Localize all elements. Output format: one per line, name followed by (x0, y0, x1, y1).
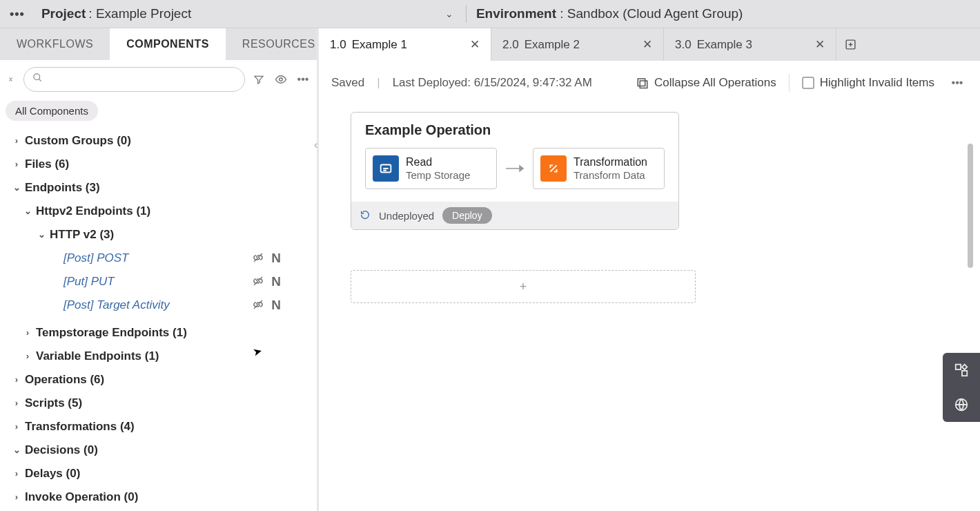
svg-rect-9 (638, 79, 645, 86)
tree-endpoints[interactable]: ⌄Endpoints (3) (11, 176, 310, 200)
components-panel-icon[interactable] (943, 353, 980, 387)
menu-ellipsis-icon[interactable]: ••• (0, 7, 35, 21)
last-deployed: Last Deployed: 6/15/2024, 9:47:32 AM (393, 76, 592, 90)
operation-card[interactable]: Example Operation Read Temp Storage (351, 112, 679, 230)
transform-icon (540, 155, 567, 182)
n-badge: N (271, 251, 281, 266)
eye-icon[interactable] (273, 73, 289, 86)
filter-chip-row: All Components (0, 98, 317, 128)
scrollbar[interactable] (968, 144, 973, 268)
unlink-icon (252, 275, 264, 290)
tree-scripts[interactable]: ›Scripts (5) (11, 392, 310, 415)
tab-components[interactable]: COMPONENTS (110, 28, 226, 60)
search-input-wrap[interactable] (23, 67, 245, 92)
more-icon[interactable]: ••• (295, 73, 311, 86)
unlink-icon (252, 298, 264, 314)
tree-http-v2[interactable]: ⌄HTTP v2 (3) (11, 223, 310, 247)
svg-line-5 (254, 300, 262, 309)
chevron-down-icon[interactable]: ⌄ (445, 8, 453, 19)
checkbox-icon[interactable] (802, 77, 814, 89)
environment-label: Environment (476, 6, 556, 21)
tree-operations[interactable]: ›Operations (6) (11, 368, 310, 392)
activity-transformation[interactable]: Transformation Transform Data (533, 148, 665, 189)
filter-icon[interactable] (251, 74, 267, 85)
canvas-action-bar: Saved | Last Deployed: 6/15/2024, 9:47:3… (319, 61, 980, 105)
tab-resources[interactable]: RESOURCES (226, 28, 332, 60)
add-tab-button[interactable] (836, 28, 864, 61)
deploy-status-icon (360, 209, 371, 222)
tree-decisions[interactable]: ⌄Decisions (0) (11, 438, 310, 462)
environment-display: Environment : Sandbox (Cloud Agent Group… (467, 6, 743, 21)
sidebar-toolbar: ⌄⌄ ••• (0, 60, 317, 97)
close-icon[interactable]: ✕ (470, 37, 480, 52)
activity-read[interactable]: Read Temp Storage (365, 148, 497, 189)
svg-rect-10 (640, 81, 647, 88)
svg-line-3 (254, 253, 262, 262)
app-header: ••• Project : Example Project ⌄ Environm… (0, 0, 980, 28)
unlink-icon (252, 251, 264, 267)
canvas-tab-bar: 1.0Example 1 ✕ 2.0Example 2 ✕ 3.0Example… (319, 28, 980, 61)
tree-custom-groups[interactable]: ›Custom Groups (0) (11, 129, 310, 153)
environment-name: : Sandbox (Cloud Agent Group) (560, 6, 743, 21)
tree-variable-endpoints[interactable]: ›Variable Endpoints (1) (11, 345, 310, 368)
tab-workflows[interactable]: WORKFLOWS (0, 28, 110, 60)
tree-tempstorage-endpoints[interactable]: ›Tempstorage Endpoints (1) (11, 321, 310, 345)
n-badge: N (271, 298, 281, 313)
tree-httpv2-endpoints[interactable]: ⌄Httpv2 Endpoints (1) (11, 200, 310, 223)
more-icon[interactable]: ••• (947, 77, 968, 89)
separator (789, 74, 790, 92)
saved-status: Saved (331, 76, 364, 90)
right-rail (943, 353, 980, 422)
close-icon[interactable]: ✕ (643, 37, 652, 52)
highlight-invalid-toggle[interactable]: Highlight Invalid Items (802, 76, 934, 90)
search-input[interactable] (48, 73, 236, 85)
tree-files[interactable]: ›Files (6) (11, 153, 310, 176)
sidebar: WORKFLOWS COMPONENTS RESOURCES ⌄⌄ ••• (0, 28, 317, 511)
sidebar-tabs: WORKFLOWS COMPONENTS RESOURCES (0, 28, 317, 60)
arrow-icon (505, 164, 525, 173)
tree-leaf-put[interactable]: [Put] PUT N (11, 270, 310, 293)
canvas-tab-2[interactable]: 2.0Example 2 ✕ (491, 28, 664, 61)
workflow-canvas: Example Operation Read Temp Storage (319, 105, 980, 511)
tree-invoke-operation[interactable]: ›Invoke Operation (0) (11, 485, 310, 509)
collapse-all-button[interactable]: Collapse All Operations (636, 76, 776, 90)
add-operation-dropzone[interactable]: + (351, 270, 696, 303)
svg-line-1 (39, 79, 41, 81)
canvas-tab-1[interactable]: 1.0Example 1 ✕ (319, 28, 491, 61)
tree-leaf-target-activity[interactable]: [Post] Target Activity N (11, 293, 310, 317)
svg-rect-13 (956, 365, 961, 369)
operation-title: Example Operation (351, 113, 678, 142)
close-icon[interactable]: ✕ (815, 37, 825, 52)
n-badge: N (271, 274, 281, 289)
collapse-expand-toggle[interactable]: ⌄⌄ (3, 74, 18, 85)
svg-point-2 (280, 77, 283, 81)
tree-delays[interactable]: ›Delays (0) (11, 462, 310, 485)
plus-icon: + (520, 280, 527, 294)
project-label: Project (41, 6, 86, 21)
chip-all-components[interactable]: All Components (6, 101, 98, 121)
deploy-button[interactable]: Deploy (442, 207, 492, 224)
project-name: : Example Project (88, 6, 191, 21)
tree-leaf-post[interactable]: [Post] POST N (11, 247, 310, 270)
tree-transformations[interactable]: ›Transformations (4) (11, 415, 310, 438)
search-icon (32, 73, 43, 86)
deploy-status-text: Undeployed (379, 210, 434, 222)
globe-panel-icon[interactable] (943, 387, 980, 422)
component-tree: ›Custom Groups (0) ›Files (6) ⌄Endpoints… (0, 128, 317, 511)
svg-rect-14 (962, 371, 967, 376)
canvas-tab-3[interactable]: 3.0Example 3 ✕ (664, 28, 836, 61)
content: 1.0Example 1 ✕ 2.0Example 2 ✕ 3.0Example… (319, 28, 980, 511)
svg-point-0 (34, 74, 40, 80)
storage-icon (373, 155, 399, 182)
project-selector[interactable]: Project : Example Project ⌄ (35, 6, 466, 21)
svg-line-4 (254, 277, 262, 285)
